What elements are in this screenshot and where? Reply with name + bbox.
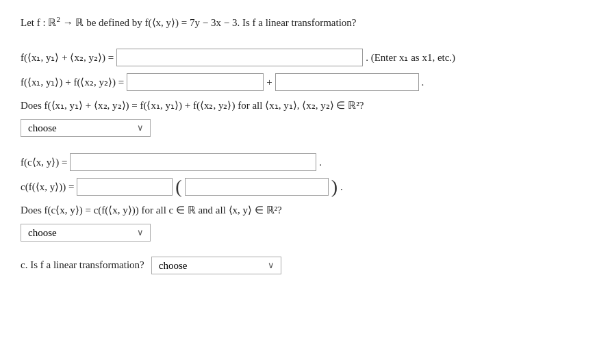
part-c: c. Is f a linear transformation? choose … [21, 257, 576, 274]
part-b-period: . [319, 152, 322, 172]
part-c-dropdown-wrapper: choose Yes No [151, 257, 281, 274]
part-b-dropdown-row: choose Yes No [21, 224, 576, 242]
part-a-input1[interactable] [116, 49, 363, 66]
part-b-open-paren: ( [175, 177, 181, 196]
part-a-dropdown-row: choose Yes No [21, 119, 576, 137]
part-b: f(c⟨x, y⟩) = . c(f(⟨x, y⟩)) = ( ) . Does… [21, 152, 576, 242]
part-b-dropdown[interactable]: choose Yes No [21, 224, 151, 242]
part-b-line2-label: c(f(⟨x, y⟩)) = [21, 177, 74, 197]
part-b-condition: Does f(c⟨x, y⟩) = c(f(⟨x, y⟩)) for all c… [21, 201, 576, 220]
part-b-input2b[interactable] [185, 178, 329, 196]
part-b-line1-label: f(c⟨x, y⟩) = [21, 152, 67, 172]
part-c-label: c. Is f a linear transformation? [21, 259, 144, 271]
part-a-dropdown-wrapper: choose Yes No [21, 119, 151, 137]
part-a-line1-label: f(⟨x₁, y₁⟩ + ⟨x₂, y₂⟩) = [21, 47, 114, 68]
part-a-condition: Does f(⟨x₁, y₁⟩ + ⟨x₂, y₂⟩) = f(⟨x₁, y₁⟩… [21, 96, 576, 115]
part-a-line2: f(⟨x₁, y₁⟩) + f(⟨x₂, y₂⟩) = + . [21, 72, 576, 92]
part-a-plus: + [266, 72, 272, 92]
part-a-input2b[interactable] [275, 73, 419, 91]
part-b-input2a[interactable] [77, 178, 173, 196]
part-c-dropdown[interactable]: choose Yes No [151, 257, 281, 274]
part-b-period2: . [340, 177, 343, 197]
part-a: f(⟨x₁, y₁⟩ + ⟨x₂, y₂⟩) = . (Enter x₁ as … [21, 47, 576, 137]
part-a-period: . [422, 72, 424, 92]
part-b-input1[interactable] [70, 153, 316, 171]
part-a-line1-note: . (Enter x₁ as x1, etc.) [366, 47, 455, 68]
problem-statement: Let f : ℝ2 → ℝ be defined by f(⟨x, y⟩) =… [21, 14, 576, 31]
part-b-line1: f(c⟨x, y⟩) = . [21, 152, 576, 172]
part-b-close-paren: ) [331, 177, 338, 196]
part-b-dropdown-wrapper: choose Yes No [21, 224, 151, 242]
part-a-dropdown[interactable]: choose Yes No [21, 119, 151, 137]
part-a-line1: f(⟨x₁, y₁⟩ + ⟨x₂, y₂⟩) = . (Enter x₁ as … [21, 47, 576, 68]
part-b-line2: c(f(⟨x, y⟩)) = ( ) . [21, 177, 576, 197]
part-a-line2-label: f(⟨x₁, y₁⟩) + f(⟨x₂, y₂⟩) = [21, 72, 124, 92]
part-c-row: c. Is f a linear transformation? choose … [21, 257, 576, 274]
part-a-input2a[interactable] [127, 73, 264, 91]
